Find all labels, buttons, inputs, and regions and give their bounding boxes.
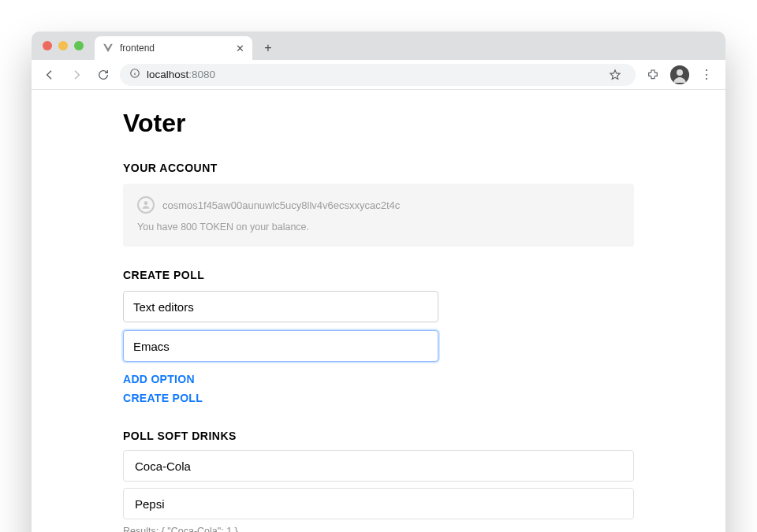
address-bar[interactable]: localhost:8080 — [120, 64, 636, 86]
svg-point-5 — [144, 201, 148, 205]
page-content: Voter YOUR ACCOUNT cosmos1f45aw00aunuwlc… — [123, 109, 634, 532]
poll-heading-name: SOFT DRINKS — [157, 430, 236, 442]
forward-button[interactable] — [66, 65, 87, 85]
browser-window: frontend ✕ + localhost:8080 — [32, 32, 725, 532]
extensions-icon[interactable] — [642, 64, 664, 86]
browser-tab[interactable]: frontend ✕ — [95, 36, 252, 60]
balance-prefix: You have — [137, 221, 181, 233]
account-balance: You have 800 TOKEN on your balance. — [137, 221, 620, 233]
browser-menu-icon[interactable]: ⋮ — [695, 64, 718, 86]
zoom-window-button[interactable] — [74, 41, 84, 50]
close-tab-icon[interactable]: ✕ — [236, 43, 244, 54]
viewport: Voter YOUR ACCOUNT cosmos1f45aw00aunuwlc… — [32, 90, 725, 532]
balance-suffix: on your balance. — [233, 221, 309, 233]
account-box: cosmos1f45aw00aunuwlc5ucy8llv4v6ecsxxyca… — [123, 184, 634, 247]
tab-title: frontend — [120, 43, 229, 54]
minimize-window-button[interactable] — [58, 41, 68, 50]
poll-option-input[interactable] — [123, 330, 438, 362]
account-heading: YOUR ACCOUNT — [123, 162, 634, 174]
account-address: cosmos1f45aw00aunuwlc5ucy8llv4v6ecsxxyca… — [162, 199, 400, 211]
window-controls — [43, 41, 84, 50]
address-actions — [604, 64, 626, 86]
profile-avatar[interactable] — [670, 65, 689, 84]
vue-favicon-icon — [103, 43, 114, 54]
account-address-row: cosmos1f45aw00aunuwlc5ucy8llv4v6ecsxxyca… — [137, 196, 620, 214]
balance-token: TOKEN — [197, 221, 233, 233]
poll-heading: POLL SOFT DRINKS — [123, 430, 634, 442]
bookmark-star-icon[interactable] — [604, 64, 626, 86]
create-poll-button[interactable]: CREATE POLL — [123, 389, 203, 407]
poll-section: POLL SOFT DRINKS Coca-ColaPepsi Results:… — [123, 430, 634, 532]
app-title: Voter — [123, 109, 634, 138]
poll-options-list: Coca-ColaPepsi — [123, 450, 634, 519]
poll-option[interactable]: Coca-Cola — [123, 450, 634, 482]
add-option-button[interactable]: ADD OPTION — [123, 370, 195, 389]
reload-button[interactable] — [93, 65, 114, 85]
back-button[interactable] — [39, 65, 60, 85]
browser-toolbar: localhost:8080 ⋮ — [32, 60, 725, 90]
balance-amount: 800 — [181, 221, 197, 233]
new-tab-button[interactable]: + — [257, 37, 279, 59]
address-host: localhost:8080 — [147, 69, 215, 80]
close-window-button[interactable] — [43, 41, 52, 50]
poll-title-input[interactable] — [123, 291, 438, 322]
poll-results: Results: { "Coca-Cola": 1 } — [123, 526, 634, 532]
site-info-icon[interactable] — [129, 68, 140, 81]
poll-heading-prefix: POLL — [123, 430, 157, 442]
tabs-region: frontend ✕ + — [95, 32, 279, 60]
create-poll-heading: CREATE POLL — [123, 269, 634, 281]
poll-option[interactable]: Pepsi — [123, 488, 634, 519]
svg-point-4 — [677, 69, 683, 76]
titlebar: frontend ✕ + — [32, 32, 725, 60]
account-avatar-icon — [137, 196, 155, 214]
